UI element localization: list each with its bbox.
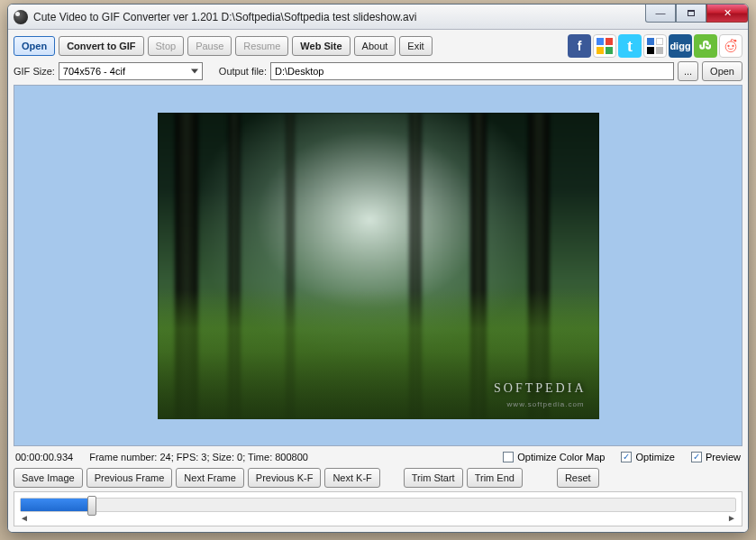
convert-to-gif-button[interactable]: Convert to GIF	[59, 36, 143, 56]
resume-button[interactable]: Resume	[235, 36, 288, 56]
client-area: Open Convert to GIF Stop Pause Resume We…	[8, 30, 748, 532]
video-frame: SOFTPEDIA www.softpedia.com	[158, 113, 599, 419]
slider-track[interactable]	[20, 498, 736, 512]
browse-button[interactable]: ...	[678, 61, 698, 81]
facebook-icon[interactable]: f	[568, 34, 591, 58]
svg-point-0	[725, 41, 736, 52]
preview-watermark: SOFTPEDIA	[494, 381, 586, 396]
trim-end-button[interactable]: Trim End	[467, 468, 523, 488]
digg-icon[interactable]: digg	[669, 34, 692, 58]
slider-thumb[interactable]	[87, 496, 96, 516]
minimize-button[interactable]: —	[645, 5, 676, 23]
optimize-checkbox[interactable]: Optimize	[621, 452, 674, 462]
stop-button[interactable]: Stop	[148, 36, 185, 56]
preview-checkbox[interactable]: Preview	[691, 452, 741, 462]
save-image-button[interactable]: Save Image	[14, 468, 83, 488]
open-button[interactable]: Open	[14, 36, 55, 56]
delicious-icon[interactable]	[643, 34, 667, 58]
previous-keyframe-button[interactable]: Previous K-F	[248, 468, 322, 488]
reset-button[interactable]: Reset	[557, 468, 599, 488]
optimize-colormap-checkbox[interactable]: Optimize Color Map	[503, 452, 605, 462]
frame-info: Frame number: 24; FPS: 3; Size: 0; Time:…	[89, 452, 308, 462]
checkbox-icon	[621, 452, 632, 462]
mark-right-icon: ►	[727, 513, 736, 523]
main-toolbar: Open Convert to GIF Stop Pause Resume We…	[14, 34, 742, 58]
gif-size-label: GIF Size:	[14, 66, 55, 77]
about-button[interactable]: About	[354, 36, 396, 56]
preview-watermark-sub: www.softpedia.com	[507, 400, 585, 408]
checkbox-icon	[503, 452, 514, 462]
frame-buttons-row: Save Image Previous Frame Next Frame Pre…	[14, 468, 742, 488]
slider-fill	[21, 499, 92, 511]
timecode: 00:00:00.934	[15, 452, 73, 462]
google-icon[interactable]	[593, 34, 616, 58]
window-controls: — ✕	[645, 5, 748, 23]
close-button[interactable]: ✕	[706, 5, 748, 23]
pause-button[interactable]: Pause	[187, 36, 232, 56]
timeline-slider[interactable]: ◄ ►	[14, 491, 742, 526]
trim-start-button[interactable]: Trim Start	[404, 468, 463, 488]
svg-point-1	[727, 45, 729, 47]
gif-size-value: 704x576 - 4cif	[63, 66, 125, 77]
mark-left-icon: ◄	[20, 513, 29, 523]
gif-size-combo[interactable]: 704x576 - 4cif	[59, 62, 203, 80]
exit-button[interactable]: Exit	[399, 36, 432, 56]
status-row: 00:00:00.934 Frame number: 24; FPS: 3; S…	[14, 450, 742, 464]
app-window: Cute Video to GIF Converter ver 1.201 D:…	[7, 4, 749, 533]
stumbleupon-icon[interactable]	[694, 34, 717, 58]
social-bar: f t digg	[568, 34, 742, 58]
output-file-value: D:\Desktop	[275, 66, 323, 77]
next-keyframe-button[interactable]: Next K-F	[324, 468, 379, 488]
maximize-button[interactable]	[676, 5, 706, 23]
checkbox-icon	[691, 452, 702, 462]
svg-point-2	[732, 45, 733, 47]
next-frame-button[interactable]: Next Frame	[176, 468, 243, 488]
output-file-input[interactable]: D:\Desktop	[270, 62, 674, 80]
output-file-label: Output file:	[219, 66, 267, 77]
open-output-button[interactable]: Open	[702, 61, 742, 81]
window-title: Cute Video to GIF Converter ver 1.201 D:…	[33, 11, 416, 23]
reddit-icon[interactable]	[719, 34, 742, 58]
preview-area: SOFTPEDIA www.softpedia.com	[14, 85, 742, 446]
titlebar: Cute Video to GIF Converter ver 1.201 D:…	[8, 5, 748, 30]
settings-row: GIF Size: 704x576 - 4cif Output file: D:…	[14, 61, 742, 81]
twitter-icon[interactable]: t	[618, 34, 642, 58]
chevron-down-icon	[191, 69, 198, 74]
previous-frame-button[interactable]: Previous Frame	[87, 468, 173, 488]
website-button[interactable]: Web Site	[292, 36, 350, 56]
app-icon	[14, 10, 28, 24]
slider-marks: ◄ ►	[20, 512, 736, 524]
